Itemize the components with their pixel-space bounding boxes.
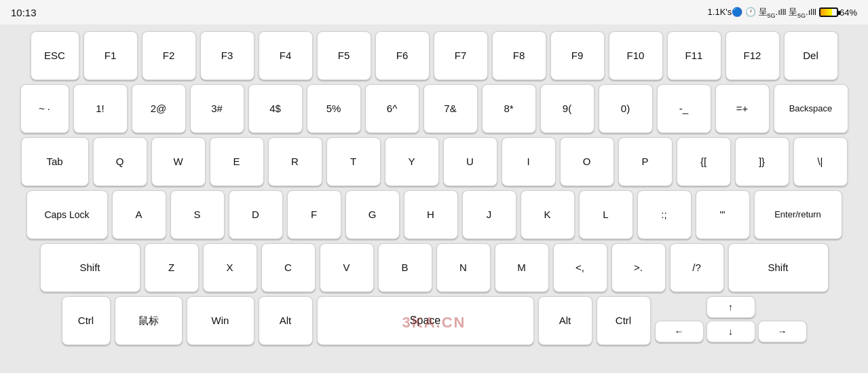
key-4[interactable]: 4$ [248, 84, 303, 133]
key-c[interactable]: C [261, 243, 316, 292]
keyboard: ESC F1 F2 F3 F4 F5 F6 F7 F8 F9 F10 F11 F… [0, 24, 868, 373]
key-arrow-left[interactable]: ← [655, 321, 704, 342]
key-f10[interactable]: F10 [609, 31, 663, 80]
number-row: ~ · 1! 2@ 3# 4$ 5% 6^ 7& 8* 9( 0) -_ =+ … [5, 84, 863, 133]
key-rbracket[interactable]: ]} [735, 137, 789, 186]
key-l[interactable]: L [579, 190, 633, 239]
key-x[interactable]: X [203, 243, 257, 292]
arrow-top-row: ↑ [655, 296, 807, 318]
key-p[interactable]: P [618, 137, 673, 186]
arrow-key-group: ↑ ← ↓ → [655, 296, 807, 345]
key-s[interactable]: S [170, 190, 225, 239]
key-r[interactable]: R [268, 137, 322, 186]
key-f4[interactable]: F4 [259, 31, 313, 80]
key-j[interactable]: J [462, 190, 516, 239]
key-mouse[interactable]: 鼠标 [115, 296, 183, 345]
key-1[interactable]: 1! [73, 84, 128, 133]
key-i[interactable]: I [502, 137, 556, 186]
key-backslash[interactable]: \| [793, 137, 848, 186]
key-f7[interactable]: F7 [434, 31, 488, 80]
key-n[interactable]: N [436, 243, 491, 292]
arrow-spacer-right [758, 296, 807, 318]
key-equals[interactable]: =+ [715, 84, 770, 133]
key-f[interactable]: F [287, 190, 341, 239]
key-enter[interactable]: Enter/return [754, 190, 842, 239]
status-time: 10:13 [11, 7, 37, 18]
key-capslock[interactable]: Caps Lock [26, 190, 108, 239]
key-5[interactable]: 5% [307, 84, 361, 133]
key-ctrl-left[interactable]: Ctrl [62, 296, 111, 345]
key-f8[interactable]: F8 [492, 31, 546, 80]
key-6[interactable]: 6^ [365, 84, 419, 133]
key-f5[interactable]: F5 [317, 31, 371, 80]
key-k[interactable]: K [521, 190, 575, 239]
caps-row: Caps Lock A S D F G H J K L :; "' Enter/… [5, 190, 863, 239]
tab-row: Tab Q W E R T Y U I O P {[ ]} \| 3KA.CN [5, 137, 863, 186]
key-backspace[interactable]: Backspace [774, 84, 848, 133]
key-f6[interactable]: F6 [375, 31, 430, 80]
key-win[interactable]: Win [187, 296, 254, 345]
key-arrow-down[interactable]: ↓ [706, 321, 755, 342]
key-semicolon[interactable]: :; [637, 190, 692, 239]
key-e[interactable]: E [210, 137, 264, 186]
key-z[interactable]: Z [145, 243, 199, 292]
key-shift-right[interactable]: Shift [728, 243, 829, 292]
key-arrow-right[interactable]: → [758, 321, 807, 342]
key-a[interactable]: A [112, 190, 166, 239]
arrow-spacer [655, 296, 704, 318]
arrow-bottom-row: ← ↓ → [655, 321, 807, 342]
signal-icons: 1.1K's🔵 🕐 呈5G.ılll 呈5G.ılll [708, 6, 816, 19]
key-o[interactable]: O [560, 137, 614, 186]
key-shift-left[interactable]: Shift [40, 243, 140, 292]
key-9[interactable]: 9( [540, 84, 595, 133]
key-2[interactable]: 2@ [132, 84, 186, 133]
key-t[interactable]: T [326, 137, 381, 186]
key-f9[interactable]: F9 [550, 31, 605, 80]
key-f11[interactable]: F11 [667, 31, 721, 80]
key-alt-left[interactable]: Alt [259, 296, 313, 345]
key-f12[interactable]: F12 [725, 31, 780, 80]
key-u[interactable]: U [443, 137, 497, 186]
battery-icon: 64% [819, 7, 857, 18]
key-d[interactable]: D [229, 190, 283, 239]
key-g[interactable]: G [345, 190, 400, 239]
key-lbracket[interactable]: {[ [677, 137, 731, 186]
shift-row: Shift Z X C V B N M <, >. /? Shift [5, 243, 863, 292]
key-v[interactable]: V [320, 243, 374, 292]
key-0[interactable]: 0) [599, 84, 653, 133]
key-tilde[interactable]: ~ · [20, 84, 69, 133]
key-space[interactable]: Space [317, 296, 534, 345]
key-7[interactable]: 7& [423, 84, 478, 133]
key-f2[interactable]: F2 [142, 31, 196, 80]
key-del[interactable]: Del [784, 31, 838, 80]
key-f1[interactable]: F1 [83, 31, 138, 80]
key-h[interactable]: H [404, 190, 458, 239]
key-m[interactable]: M [495, 243, 549, 292]
bottom-row: Ctrl 鼠标 Win Alt Space Alt Ctrl ↑ ← ↓ → [5, 296, 863, 345]
key-8[interactable]: 8* [482, 84, 536, 133]
key-b[interactable]: B [378, 243, 432, 292]
function-row: ESC F1 F2 F3 F4 F5 F6 F7 F8 F9 F10 F11 F… [5, 31, 863, 80]
key-minus[interactable]: -_ [657, 84, 711, 133]
key-alt-right[interactable]: Alt [538, 296, 592, 345]
status-bar: 10:13 1.1K's🔵 🕐 呈5G.ılll 呈5G.ılll 64% [0, 0, 868, 24]
key-3[interactable]: 3# [190, 84, 244, 133]
key-q[interactable]: Q [93, 137, 147, 186]
key-slash[interactable]: /? [670, 243, 724, 292]
key-tab[interactable]: Tab [21, 137, 89, 186]
key-arrow-up[interactable]: ↑ [706, 296, 755, 318]
key-esc[interactable]: ESC [31, 31, 79, 80]
key-ctrl-right[interactable]: Ctrl [597, 296, 651, 345]
key-f3[interactable]: F3 [200, 31, 254, 80]
key-w[interactable]: W [151, 137, 206, 186]
key-comma[interactable]: <, [553, 243, 607, 292]
key-quote[interactable]: "' [696, 190, 750, 239]
status-icons: 1.1K's🔵 🕐 呈5G.ılll 呈5G.ılll 64% [708, 6, 857, 19]
key-period[interactable]: >. [611, 243, 666, 292]
key-y[interactable]: Y [385, 137, 439, 186]
